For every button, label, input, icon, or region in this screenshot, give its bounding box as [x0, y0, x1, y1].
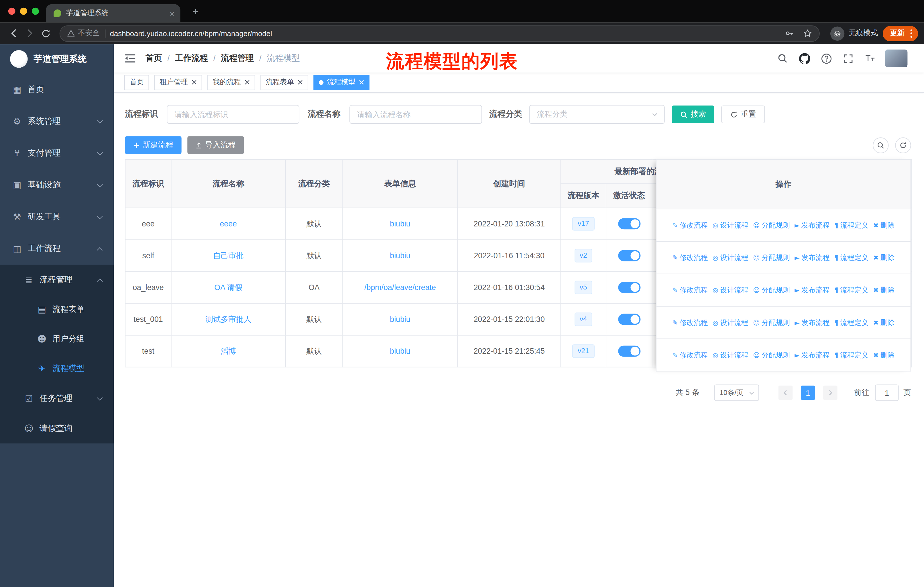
- breadcrumb-home[interactable]: 首页: [145, 53, 162, 64]
- browser-menu-icon[interactable]: [908, 29, 914, 38]
- goto-page-input[interactable]: [875, 384, 899, 401]
- window-close-button[interactable]: [8, 8, 15, 15]
- tag-close-icon[interactable]: [244, 80, 250, 85]
- bookmark-star-icon[interactable]: [803, 29, 812, 38]
- active-toggle[interactable]: [618, 218, 640, 229]
- form-info-link[interactable]: biubiu: [390, 315, 410, 324]
- form-info-link[interactable]: /bpm/oa/leave/create: [364, 283, 436, 292]
- active-toggle[interactable]: [618, 250, 640, 261]
- action-design-process[interactable]: ◎设计流程: [713, 285, 748, 295]
- action-publish-process[interactable]: ►发布流程: [795, 285, 830, 295]
- action-modify-process[interactable]: ✎修改流程: [672, 253, 708, 263]
- new-tab-button[interactable]: +: [188, 5, 203, 19]
- tag-home[interactable]: 首页: [124, 74, 149, 90]
- action-assign-rule[interactable]: ☺分配规则: [753, 220, 790, 230]
- action-process-definition[interactable]: ¶流程定义: [834, 220, 868, 230]
- help-icon[interactable]: [820, 52, 833, 65]
- sidebar-item-process-model[interactable]: ✈ 流程模型: [0, 354, 114, 383]
- action-assign-rule[interactable]: ☺分配规则: [753, 317, 790, 327]
- sidebar-item-leave-query[interactable]: ☺ 请假查询: [0, 413, 114, 443]
- action-design-process[interactable]: ◎设计流程: [713, 220, 748, 230]
- font-size-icon[interactable]: [863, 52, 876, 65]
- action-modify-process[interactable]: ✎修改流程: [672, 350, 708, 360]
- user-avatar[interactable]: [885, 50, 908, 67]
- browser-update-button[interactable]: 更新: [883, 25, 918, 41]
- sidebar-item-infrastructure[interactable]: ▣ 基础设施: [0, 169, 114, 201]
- sidebar-item-process-form[interactable]: ▤ 流程表单: [0, 295, 114, 324]
- tag-close-icon[interactable]: [359, 80, 364, 85]
- tag-close-icon[interactable]: [298, 80, 303, 85]
- back-button[interactable]: [6, 25, 22, 41]
- action-assign-rule[interactable]: ☺分配规则: [753, 253, 790, 263]
- create-process-button[interactable]: 新建流程: [125, 136, 182, 154]
- action-modify-process[interactable]: ✎修改流程: [672, 220, 708, 230]
- search-icon[interactable]: [776, 52, 789, 65]
- window-maximize-button[interactable]: [32, 8, 39, 15]
- action-process-definition[interactable]: ¶流程定义: [834, 317, 868, 327]
- reload-button[interactable]: [38, 25, 54, 41]
- process-name-link[interactable]: 测试多审批人: [205, 315, 251, 324]
- url-text[interactable]: dashboard.yudao.iocoder.cn/bpm/manager/m…: [110, 29, 776, 38]
- incognito-indicator[interactable]: 无痕模式: [830, 26, 878, 40]
- action-delete[interactable]: ✖删除: [873, 350, 895, 360]
- tag-tenant-management[interactable]: 租户管理: [154, 74, 202, 90]
- action-delete[interactable]: ✖删除: [873, 220, 895, 230]
- page-size-select[interactable]: 10条/页: [714, 384, 759, 401]
- active-toggle[interactable]: [618, 314, 640, 325]
- address-bar[interactable]: 不安全 dashboard.yudao.iocoder.cn/bpm/manag…: [59, 25, 820, 41]
- import-process-button[interactable]: 导入流程: [187, 136, 244, 154]
- process-name-link[interactable]: eeee: [220, 219, 237, 228]
- active-toggle[interactable]: [618, 282, 640, 293]
- action-publish-process[interactable]: ►发布流程: [795, 253, 830, 263]
- process-name-link[interactable]: 自己审批: [213, 251, 244, 260]
- forward-button[interactable]: [22, 25, 38, 41]
- github-icon[interactable]: [798, 52, 811, 65]
- prev-page-button[interactable]: [779, 386, 792, 400]
- browser-tab[interactable]: 芋道管理系统 ×: [46, 4, 180, 22]
- reset-button[interactable]: 重置: [721, 106, 765, 123]
- action-delete[interactable]: ✖删除: [873, 285, 895, 295]
- breadcrumb-process-management[interactable]: 流程管理: [221, 53, 254, 64]
- active-toggle[interactable]: [618, 346, 640, 357]
- tag-process-model[interactable]: 流程模型: [314, 74, 370, 90]
- sidebar-toggle-button[interactable]: [123, 51, 137, 65]
- form-info-link[interactable]: biubiu: [390, 347, 410, 356]
- tag-process-form[interactable]: 流程表单: [261, 74, 308, 90]
- action-publish-process[interactable]: ►发布流程: [795, 317, 830, 327]
- tag-my-process[interactable]: 我的流程: [207, 74, 255, 90]
- process-name-link[interactable]: OA 请假: [214, 283, 242, 292]
- toggle-search-button[interactable]: [873, 137, 889, 153]
- page-1-button[interactable]: 1: [801, 386, 815, 400]
- action-process-definition[interactable]: ¶流程定义: [834, 253, 868, 263]
- form-info-link[interactable]: biubiu: [390, 219, 410, 228]
- window-minimize-button[interactable]: [20, 8, 27, 15]
- action-delete[interactable]: ✖删除: [873, 317, 895, 327]
- fullscreen-icon[interactable]: [842, 52, 855, 65]
- action-design-process[interactable]: ◎设计流程: [713, 317, 748, 327]
- next-page-button[interactable]: [823, 386, 837, 400]
- action-process-definition[interactable]: ¶流程定义: [834, 350, 868, 360]
- action-process-definition[interactable]: ¶流程定义: [834, 285, 868, 295]
- sidebar-item-process-management[interactable]: ≣ 流程管理: [0, 265, 114, 295]
- action-design-process[interactable]: ◎设计流程: [713, 253, 748, 263]
- sidebar-item-payment[interactable]: ¥ 支付管理: [0, 137, 114, 169]
- sidebar-item-system[interactable]: ⚙ 系统管理: [0, 106, 114, 137]
- action-delete[interactable]: ✖删除: [873, 253, 895, 263]
- action-modify-process[interactable]: ✎修改流程: [672, 285, 708, 295]
- form-info-link[interactable]: biubiu: [390, 251, 410, 260]
- sidebar-item-task-management[interactable]: ☑ 任务管理: [0, 383, 114, 413]
- sidebar-logo[interactable]: 芋道管理系统: [0, 44, 114, 74]
- sidebar-item-user-group[interactable]: ☻ 用户分组: [0, 324, 114, 354]
- refresh-table-button[interactable]: [895, 137, 911, 153]
- process-name-input[interactable]: [350, 105, 482, 124]
- tag-close-icon[interactable]: [191, 80, 197, 85]
- action-modify-process[interactable]: ✎修改流程: [672, 317, 708, 327]
- breadcrumb-workflow[interactable]: 工作流程: [175, 53, 208, 64]
- action-design-process[interactable]: ◎设计流程: [713, 350, 748, 360]
- sidebar-item-devtools[interactable]: ⚒ 研发工具: [0, 201, 114, 233]
- security-warning[interactable]: 不安全: [67, 28, 100, 38]
- action-publish-process[interactable]: ►发布流程: [795, 220, 830, 230]
- process-id-input[interactable]: [167, 105, 299, 124]
- category-select[interactable]: 流程分类: [529, 105, 665, 124]
- search-button[interactable]: 搜索: [672, 106, 714, 123]
